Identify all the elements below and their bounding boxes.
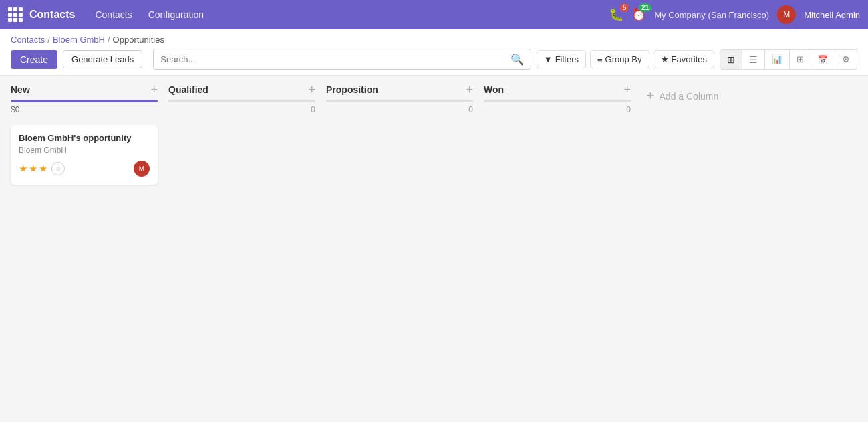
content-area: New + $0 Bloem GmbH's opportunity Bloem … [0, 76, 868, 415]
calendar-view-btn[interactable]: 📅 [811, 51, 835, 68]
nav-contacts[interactable]: Contacts [88, 5, 138, 24]
filters-label: Filters [555, 54, 579, 64]
favorites-label: Favorites [672, 54, 707, 64]
filter-controls: ▼ Filters ≡ Group By ★ Favorites [537, 50, 714, 68]
col-add-proposition[interactable]: + [466, 84, 473, 96]
group-by-label: Group By [605, 54, 642, 64]
col-count-proposition: 0 [468, 105, 473, 114]
star-1[interactable]: ★ [19, 163, 27, 175]
apps-menu-icon[interactable] [8, 7, 23, 22]
settings-view-btn[interactable]: ⚙ [835, 50, 857, 68]
col-progress-qualified [168, 100, 315, 102]
topnav-right: 🐛 5 ⏰ 21 My Company (San Francisco) M Mi… [609, 5, 860, 24]
kanban-view-btn[interactable]: ⊞ [720, 50, 742, 69]
company-name: My Company (San Francisco) [654, 10, 769, 20]
nav-configuration[interactable]: Configuration [142, 5, 210, 24]
breadcrumb-contacts[interactable]: Contacts [11, 35, 45, 45]
list-view-btn[interactable]: ☰ [742, 50, 765, 69]
pivot-view-btn[interactable]: ⊞ [790, 50, 811, 68]
card-subtitle: Bloem GmbH [19, 146, 150, 155]
topnav-menu: Contacts Configuration [88, 5, 210, 24]
col-add-won[interactable]: + [623, 84, 631, 96]
filter-icon: ▼ [544, 54, 553, 64]
col-meta-won: 0 [484, 105, 631, 114]
col-title-won: Won [484, 84, 504, 95]
col-header-won: Won + [484, 84, 631, 96]
col-progress-bar-new [11, 100, 158, 102]
chart-view-btn[interactable]: 📊 [765, 50, 790, 68]
col-progress-bar-proposition [326, 100, 473, 102]
col-add-new[interactable]: + [150, 84, 158, 96]
breadcrumb-sep-1: / [47, 35, 50, 45]
card-title: Bloem GmbH's opportunity [19, 133, 150, 143]
col-meta-new: $0 [11, 105, 158, 120]
col-amount-new: $0 [11, 105, 19, 114]
col-count-qualified: 0 [311, 105, 315, 114]
list-icon: ≡ [597, 54, 603, 64]
col-progress-bar-qualified [168, 100, 315, 102]
breadcrumb-sep-2: / [108, 35, 110, 45]
col-progress-won [484, 100, 631, 102]
add-column-label: Add a Column [660, 91, 719, 102]
breadcrumb-current: Opportunities [113, 35, 164, 45]
kanban-col-won: Won + 0 [484, 84, 631, 120]
bug-count: 5 [620, 3, 629, 12]
col-header-new: New + [11, 84, 158, 96]
favorites-button[interactable]: ★ Favorites [654, 50, 714, 68]
add-column-plus-icon: + [647, 89, 654, 103]
topnav: Contacts Contacts Configuration 🐛 5 ⏰ 21… [0, 0, 868, 29]
view-controls: ⊞ ☰ 📊 ⊞ 📅 ⚙ [720, 49, 857, 70]
kanban-col-qualified: Qualified + 0 [168, 84, 315, 120]
search-icon[interactable]: 🔍 [511, 53, 524, 66]
kanban-card[interactable]: Bloem GmbH's opportunity Bloem GmbH ★ ★ … [11, 125, 158, 185]
activity-button[interactable]: ○ [51, 162, 65, 175]
kanban-col-new: New + $0 Bloem GmbH's opportunity Bloem … [11, 84, 158, 190]
create-button[interactable]: Create [11, 50, 57, 69]
col-progress-proposition [326, 100, 473, 102]
breadcrumb: Contacts / Bloem GmbH / Opportunities [11, 35, 164, 45]
star-3[interactable]: ★ [39, 163, 47, 175]
col-progress-new [11, 100, 158, 102]
col-progress-bar-won [484, 100, 631, 102]
group-by-button[interactable]: ≡ Group By [590, 50, 649, 68]
col-title-proposition: Proposition [326, 84, 378, 95]
avatar[interactable]: M [777, 5, 796, 24]
col-add-qualified[interactable]: + [308, 84, 315, 96]
filters-button[interactable]: ▼ Filters [537, 50, 586, 68]
col-count-won: 0 [626, 105, 631, 114]
clock-notification[interactable]: ⏰ 21 [631, 7, 646, 22]
user-name: Mitchell Admin [804, 10, 860, 20]
col-meta-qualified: 0 [168, 105, 315, 114]
clock-count: 21 [639, 3, 652, 12]
breadcrumb-bloem[interactable]: Bloem GmbH [53, 35, 105, 45]
bug-notification[interactable]: 🐛 5 [609, 7, 623, 22]
search-input[interactable] [160, 54, 510, 64]
app-title: Contacts [29, 9, 75, 21]
star-2[interactable]: ★ [29, 163, 37, 175]
star-icon: ★ [661, 54, 669, 64]
add-column-button[interactable]: + Add a Column [641, 84, 724, 108]
kanban-col-proposition: Proposition + 0 [326, 84, 473, 120]
col-title-new: New [11, 84, 30, 95]
card-stars[interactable]: ★ ★ ★ [19, 163, 47, 175]
col-header-qualified: Qualified + [168, 84, 315, 96]
card-avatar: M [134, 161, 150, 177]
search-container: 🔍 [153, 49, 531, 70]
generate-leads-button[interactable]: Generate Leads [63, 50, 142, 68]
card-footer: ★ ★ ★ ○ M [19, 161, 150, 177]
col-meta-proposition: 0 [326, 105, 473, 114]
col-title-qualified: Qualified [168, 84, 208, 95]
kanban-board: New + $0 Bloem GmbH's opportunity Bloem … [0, 76, 868, 198]
header-section: Contacts / Bloem GmbH / Opportunities Cr… [0, 29, 868, 76]
col-header-proposition: Proposition + [326, 84, 473, 96]
